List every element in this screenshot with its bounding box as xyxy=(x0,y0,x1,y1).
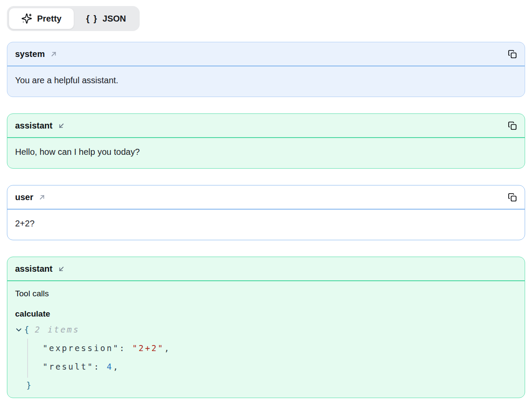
json-close-line: } xyxy=(15,380,517,390)
json-open-brace: { xyxy=(24,325,31,334)
message-card-assistant: assistant Hello, how can I help you toda… xyxy=(7,113,525,169)
sparkles-icon xyxy=(21,13,32,24)
arrow-down-left-icon xyxy=(57,122,66,130)
tab-json-label: JSON xyxy=(103,14,126,24)
copy-button[interactable] xyxy=(507,48,518,60)
tool-args-json-viewer: { 2 items "expression": "2+2", "result":… xyxy=(15,324,517,390)
chevron-down-icon[interactable] xyxy=(15,326,22,333)
role-label: assistant xyxy=(15,121,53,131)
message-header: assistant xyxy=(7,114,525,138)
message-card-assistant-tool-calls: assistant Tool calls calculate { 2 items xyxy=(7,257,525,398)
json-key: "result" xyxy=(43,362,94,371)
arrow-up-right-icon xyxy=(50,50,58,58)
message-body: You are a helpful assistant. xyxy=(7,66,525,97)
arrow-down-left-icon xyxy=(57,265,66,273)
json-colon: : xyxy=(119,343,132,353)
json-entry-expression: "expression": "2+2", xyxy=(15,343,517,353)
message-body: Tool calls calculate { 2 items "expressi… xyxy=(7,281,525,398)
tool-calls-heading: Tool calls xyxy=(15,289,517,298)
json-colon: : xyxy=(94,362,107,371)
role-label: system xyxy=(15,49,45,59)
message-content: You are a helpful assistant. xyxy=(15,75,517,85)
message-header: user xyxy=(7,185,525,210)
message-header: assistant xyxy=(7,257,525,281)
view-mode-toggle: Pretty { } JSON xyxy=(7,6,140,31)
indent-guide xyxy=(27,339,28,378)
message-card-user: user 2+2? xyxy=(7,185,525,240)
json-entry-result: "result": 4, xyxy=(15,361,517,372)
braces-icon: { } xyxy=(86,14,98,24)
role-label: user xyxy=(15,192,33,202)
message-inspector-page: Pretty { } JSON system You are a help xyxy=(0,0,532,405)
message-card-system: system You are a helpful assistant. xyxy=(7,42,525,97)
tool-name: calculate xyxy=(15,309,517,319)
json-close-brace: } xyxy=(26,380,33,390)
json-comma: , xyxy=(164,343,171,353)
json-string-value: "2+2" xyxy=(132,343,164,353)
json-number-value: 4 xyxy=(106,362,113,371)
message-header: system xyxy=(7,42,525,66)
copy-icon xyxy=(507,49,517,59)
copy-button[interactable] xyxy=(507,120,518,132)
copy-button[interactable] xyxy=(507,191,518,203)
message-content: 2+2? xyxy=(15,218,517,229)
tab-pretty-label: Pretty xyxy=(37,14,62,24)
copy-icon xyxy=(507,121,517,131)
message-content: Hello, how can I help you today? xyxy=(15,147,517,157)
tab-pretty[interactable]: Pretty xyxy=(9,8,74,29)
copy-icon xyxy=(507,192,517,202)
tab-json[interactable]: { } JSON xyxy=(74,8,138,29)
json-root-line: { 2 items xyxy=(15,324,517,335)
json-comma: , xyxy=(113,362,119,371)
message-body: Hello, how can I help you today? xyxy=(7,138,525,168)
message-body: 2+2? xyxy=(7,210,525,240)
json-items-count: 2 items xyxy=(35,325,80,334)
arrow-up-right-icon xyxy=(38,193,46,201)
json-key: "expression" xyxy=(43,343,119,353)
role-label: assistant xyxy=(15,264,53,274)
